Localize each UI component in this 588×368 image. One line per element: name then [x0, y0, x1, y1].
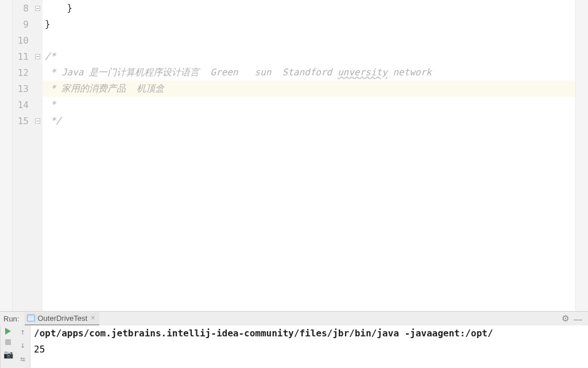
run-tab[interactable]: OuterDriveTest ×	[25, 312, 99, 325]
editor-left-margin	[0, 0, 13, 311]
code-line[interactable]: }	[42, 16, 575, 32]
code-editor[interactable]: }}/* * Java 是一门计算机程序设计语言 Green sun Stand…	[42, 0, 575, 311]
line-number: 11	[13, 51, 32, 62]
fold-toggle-icon[interactable]	[35, 118, 40, 124]
dump-threads-icon[interactable]: 📷	[3, 350, 13, 359]
stop-icon[interactable]	[5, 339, 11, 345]
line-number: 8	[13, 3, 32, 14]
code-line[interactable]: * 家用的消费产品 机顶盒	[42, 80, 575, 97]
soft-wrap-icon[interactable]: ⇆	[20, 354, 25, 363]
line-number: 12	[13, 67, 32, 78]
application-icon	[27, 315, 35, 321]
rerun-icon[interactable]	[5, 328, 11, 335]
line-number: 9	[13, 19, 32, 30]
minimize-icon[interactable]: —	[571, 314, 585, 324]
fold-toggle-icon[interactable]	[35, 54, 40, 59]
line-number: 13	[13, 83, 32, 94]
gear-icon[interactable]: ⚙	[559, 313, 571, 324]
editor-right-margin	[575, 0, 588, 311]
run-actions-column-1: 📷	[1, 325, 16, 368]
up-stack-icon[interactable]: ↑	[20, 328, 25, 336]
code-line[interactable]	[42, 32, 575, 48]
run-tab-title: OuterDriveTest	[37, 314, 87, 323]
run-actions-column-2: ↑ ↓ ⇆	[16, 325, 30, 368]
code-line[interactable]: /*	[42, 48, 575, 64]
console-output[interactable]: /opt/apps/com.jetbrains.intellij-idea-co…	[30, 325, 588, 368]
close-icon[interactable]: ×	[90, 314, 96, 322]
code-line[interactable]: *	[42, 97, 575, 113]
spellcheck-warning: unversity	[338, 67, 388, 78]
line-number: 14	[13, 99, 32, 110]
console-line: /opt/apps/com.jetbrains.intellij-idea-co…	[30, 325, 588, 342]
line-number: 15	[13, 116, 32, 126]
code-line[interactable]: */	[42, 113, 575, 129]
code-line[interactable]: }	[42, 0, 575, 16]
run-label: Run:	[3, 315, 19, 323]
code-line[interactable]: * Java 是一门计算机程序设计语言 Green sun Standford …	[42, 64, 575, 80]
console-line: 25	[30, 342, 588, 358]
run-tool-window-header: Run: OuterDriveTest × ⚙ —	[0, 311, 588, 325]
line-number: 10	[13, 35, 32, 46]
down-stack-icon[interactable]: ↓	[20, 341, 25, 350]
editor-gutter: 89101112131415	[13, 0, 42, 311]
fold-toggle-icon[interactable]	[35, 6, 40, 11]
run-tool-window: 📷 ↑ ↓ ⇆ /opt/apps/com.jetbrains.intellij…	[0, 325, 588, 368]
